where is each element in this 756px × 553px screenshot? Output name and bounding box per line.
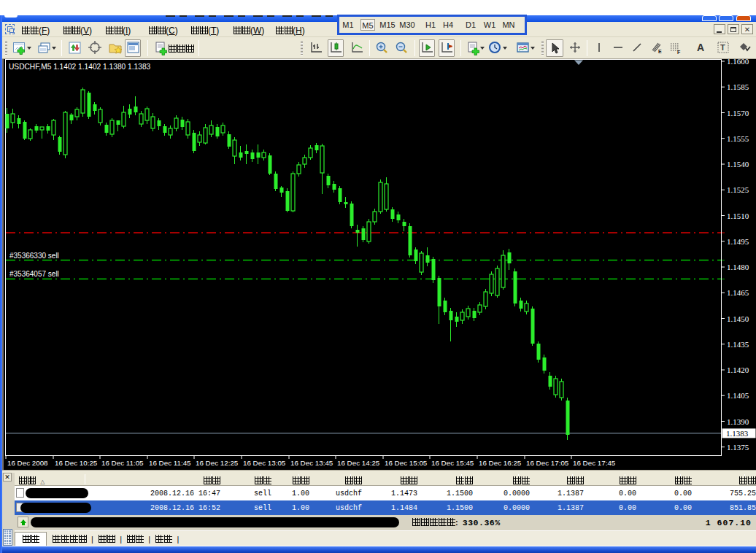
svg-text:1.1510: 1.1510 — [727, 212, 749, 220]
svg-text:1.1585: 1.1585 — [727, 82, 749, 91]
svg-text:1.1450: 1.1450 — [727, 314, 749, 323]
svg-text:1.1540: 1.1540 — [727, 160, 749, 169]
svg-text:1.1600: 1.1600 — [727, 59, 749, 66]
svg-text:1.1420: 1.1420 — [727, 366, 749, 374]
svg-text:16 Dec 16:25: 16 Dec 16:25 — [479, 459, 522, 467]
svg-text:#35364057 sell: #35364057 sell — [9, 270, 59, 278]
svg-text:1.1495: 1.1495 — [727, 237, 749, 246]
svg-text:16 Dec 11:05: 16 Dec 11:05 — [101, 459, 144, 467]
svg-text:1.1390: 1.1390 — [727, 417, 749, 426]
svg-text:T: T — [720, 43, 725, 52]
svg-text:16 Dec 13:45: 16 Dec 13:45 — [290, 459, 333, 467]
svg-text:1.1555: 1.1555 — [727, 134, 749, 143]
svg-text:1.1435: 1.1435 — [727, 340, 749, 349]
svg-text:16 Dec 15:45: 16 Dec 15:45 — [431, 459, 474, 467]
svg-text:16 Dec 15:05: 16 Dec 15:05 — [385, 459, 428, 467]
svg-text:E: E — [658, 49, 662, 54]
svg-text:1.1480: 1.1480 — [727, 263, 749, 271]
svg-text:16 Dec 13:05: 16 Dec 13:05 — [243, 459, 286, 467]
svg-text:16 Dec 10:25: 16 Dec 10:25 — [55, 459, 98, 467]
svg-text:#35366330 sell: #35366330 sell — [9, 252, 59, 260]
svg-text:16 Dec 2008: 16 Dec 2008 — [7, 459, 48, 467]
svg-text:16 Dec 14:25: 16 Dec 14:25 — [337, 459, 380, 467]
svg-text:USDCHF,M5 1.1402 1.1402 1.138: USDCHF,M5 1.1402 1.1402 1.1380 1.1383 — [9, 63, 151, 71]
svg-text:F: F — [677, 50, 681, 55]
svg-text:1.1570: 1.1570 — [727, 109, 749, 117]
svg-text:16 Dec 17:05: 16 Dec 17:05 — [526, 459, 569, 467]
svg-text:1.1465: 1.1465 — [727, 288, 749, 297]
svg-text:16 Dec 11:45: 16 Dec 11:45 — [149, 459, 191, 467]
svg-text:1.1525: 1.1525 — [727, 185, 749, 194]
svg-text:1.1375: 1.1375 — [727, 443, 749, 452]
svg-text:1.1405: 1.1405 — [727, 391, 749, 400]
svg-text:1.1383: 1.1383 — [726, 429, 749, 438]
svg-text:16 Dec 12:25: 16 Dec 12:25 — [196, 459, 239, 467]
svg-text:16 Dec 17:45: 16 Dec 17:45 — [573, 459, 616, 467]
